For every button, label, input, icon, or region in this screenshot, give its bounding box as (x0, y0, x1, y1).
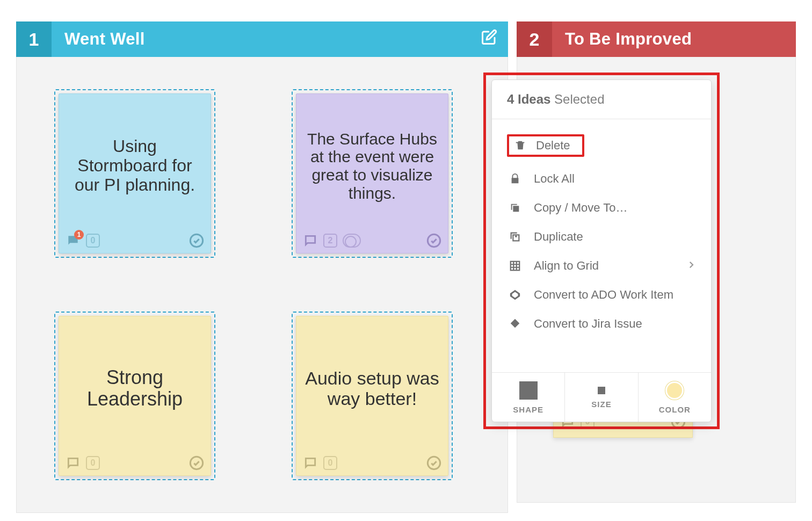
menu-align-grid[interactable]: Align to Grid (501, 251, 702, 280)
duplicate-icon (507, 231, 523, 243)
trash-icon (512, 140, 528, 151)
comment-icon[interactable]: 1 (66, 233, 81, 248)
foot-label: COLOR (659, 405, 691, 414)
column-header: 1 Went Well (16, 21, 508, 57)
note-text: Strong Leadership (59, 316, 211, 451)
note-footer: 0 (296, 451, 448, 475)
column-title: To Be Improved (552, 30, 796, 49)
note-footer: 2 (296, 228, 448, 253)
lock-icon (507, 173, 523, 185)
small-square-icon (598, 387, 605, 394)
comment-icon[interactable] (303, 455, 318, 471)
menu-label: Duplicate (534, 230, 583, 244)
foot-label: SHAPE (513, 405, 543, 414)
color-swatch-icon (665, 381, 684, 400)
annotation-highlight: Delete (507, 134, 584, 157)
vote-count[interactable]: 0 (323, 456, 337, 470)
vote-count[interactable]: 0 (86, 456, 100, 470)
toggle-chip-icon[interactable] (343, 234, 361, 248)
column-number: 2 (517, 21, 552, 57)
grid-icon (507, 260, 523, 272)
ado-icon (507, 289, 523, 301)
context-menu-list: Delete Lock All Copy / Move To… (492, 119, 711, 372)
note-footer: 1 0 (59, 228, 211, 253)
menu-convert-ado[interactable]: Convert to ADO Work Item (501, 280, 702, 309)
note-text: The Surface Hubs at the event were great… (296, 94, 448, 228)
sticky-note[interactable]: Audio setup was way better! 0 (292, 312, 453, 480)
column-went-well: 1 Went Well Using Stormboard for our PI … (16, 21, 508, 513)
check-icon[interactable] (426, 233, 441, 248)
vote-count[interactable]: 2 (323, 234, 337, 248)
svg-rect-6 (511, 262, 520, 271)
annotation-highlight: 4 Ideas Selected Delete Lock All (483, 73, 720, 429)
menu-label: Copy / Move To… (534, 201, 627, 215)
column-body[interactable]: Using Stormboard for our PI planning. 1 … (16, 57, 508, 513)
menu-copy-move[interactable]: Copy / Move To… (501, 193, 702, 222)
menu-label: Align to Grid (534, 259, 599, 273)
menu-label: Convert to ADO Work Item (534, 288, 673, 302)
menu-convert-jira[interactable]: Convert to Jira Issue (501, 309, 702, 338)
comment-badge: 1 (74, 230, 84, 240)
menu-duplicate[interactable]: Duplicate (501, 222, 702, 251)
check-icon[interactable] (426, 455, 441, 471)
shape-picker[interactable]: SHAPE (492, 373, 565, 422)
sticky-note[interactable]: The Surface Hubs at the event were great… (292, 89, 453, 258)
menu-label: Lock All (534, 172, 575, 186)
note-text: Using Stormboard for our PI planning. (59, 94, 211, 228)
comment-icon[interactable] (66, 455, 81, 471)
column-number: 1 (16, 21, 52, 57)
jira-icon (507, 318, 523, 330)
column-title: Went Well (52, 30, 481, 49)
menu-lock-all[interactable]: Lock All (501, 164, 702, 193)
context-menu-header: 4 Ideas Selected (492, 80, 711, 119)
color-picker[interactable]: COLOR (639, 373, 711, 422)
selection-context-menu: 4 Ideas Selected Delete Lock All (491, 79, 712, 422)
sticky-note[interactable]: Using Stormboard for our PI planning. 1 … (54, 89, 215, 258)
check-icon[interactable] (189, 455, 204, 471)
comment-icon[interactable] (303, 233, 318, 248)
board-canvas[interactable]: 1 Went Well Using Stormboard for our PI … (0, 0, 812, 521)
vote-count[interactable]: 0 (86, 234, 100, 248)
column-header: 2 To Be Improved (517, 21, 796, 57)
foot-label: SIZE (591, 400, 611, 409)
chevron-right-icon (686, 259, 696, 273)
copy-icon (507, 202, 523, 214)
edit-column-icon[interactable] (481, 29, 497, 49)
size-picker[interactable]: SIZE (565, 373, 638, 422)
note-footer: 0 (59, 451, 211, 475)
menu-label: Delete (536, 139, 570, 153)
note-text: Audio setup was way better! (296, 316, 448, 451)
context-menu-footer: SHAPE SIZE COLOR (492, 372, 711, 422)
sticky-note[interactable]: Strong Leadership 0 (54, 312, 215, 480)
menu-delete[interactable]: Delete (501, 127, 702, 164)
square-icon (519, 381, 538, 400)
check-icon[interactable] (189, 233, 204, 248)
menu-label: Convert to Jira Issue (534, 317, 642, 331)
